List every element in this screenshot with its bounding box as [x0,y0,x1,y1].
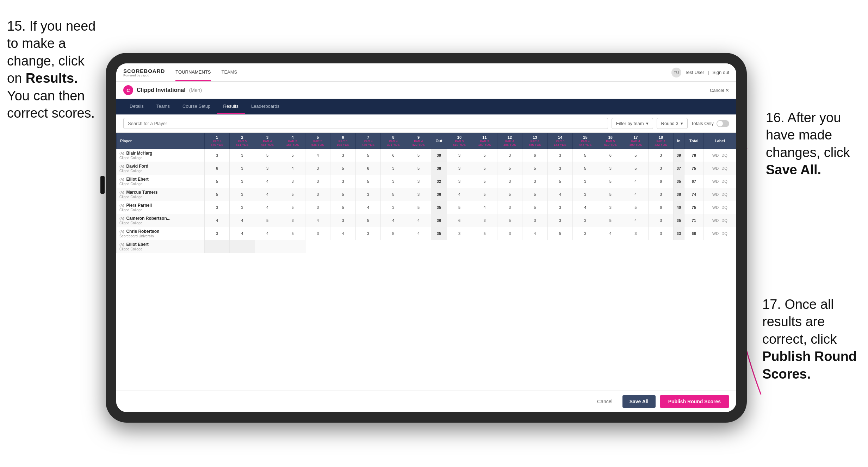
hole-score-14[interactable]: 4 [547,188,572,201]
hole-score-7[interactable]: 6 [355,162,380,175]
dq-label[interactable]: DQ [720,152,729,158]
hole-score-5[interactable]: 3 [305,188,330,201]
hole-score-12[interactable]: 5 [497,188,522,201]
hole-score-11[interactable]: 3 [472,214,497,227]
hole-score-10[interactable]: 3 [447,175,472,188]
nav-tournaments[interactable]: TOURNAMENTS [175,64,211,81]
wd-label[interactable]: WD [711,166,720,171]
hole-score-6[interactable]: 4 [330,227,355,240]
hole-score-12[interactable]: 5 [497,162,522,175]
hole-score-15[interactable]: 3 [573,175,598,188]
hole-score-1[interactable]: 3 [204,149,229,162]
hole-score-17[interactable]: 4 [623,175,648,188]
hole-score-9[interactable]: 3 [406,188,431,201]
hole-score-6[interactable]: 3 [330,149,355,162]
hole-score-13[interactable]: 3 [522,214,547,227]
hole-score-4[interactable]: 3 [280,214,305,227]
hole-score-4[interactable]: 5 [280,149,305,162]
hole-score-2[interactable]: 4 [230,214,255,227]
hole-score-14[interactable]: 3 [547,162,572,175]
hole-score-6[interactable]: 3 [330,175,355,188]
hole-score-13[interactable]: 3 [522,175,547,188]
hole-score-5[interactable]: 3 [305,227,330,240]
wd-label[interactable]: WD [711,179,720,184]
hole-score-10[interactable]: 6 [447,214,472,227]
hole-score-7[interactable]: 5 [355,214,380,227]
hole-score-12[interactable]: 3 [497,175,522,188]
hole-score-18[interactable]: 3 [648,188,673,201]
hole-score-8[interactable]: 3 [381,162,406,175]
wd-label[interactable]: WD [711,231,720,236]
hole-score-17[interactable]: 4 [623,188,648,201]
hole-score-13[interactable]: 5 [522,162,547,175]
dq-label[interactable]: DQ [720,179,729,184]
publish-round-scores-button[interactable]: Publish Round Scores [660,395,729,408]
tab-leaderboards[interactable]: Leaderboards [245,99,286,114]
hole-score-18[interactable]: 3 [648,149,673,162]
hole-score-4[interactable]: 5 [280,188,305,201]
hole-score-7[interactable]: 5 [355,149,380,162]
hole-score-12[interactable]: 5 [497,214,522,227]
totals-only-toggle[interactable] [717,120,729,127]
hole-score-1[interactable]: 3 [204,227,229,240]
hole-score-11[interactable]: 4 [472,201,497,214]
hole-score-2[interactable]: 3 [230,149,255,162]
hole-score-18[interactable]: 3 [648,162,673,175]
wd-label[interactable]: WD [711,192,720,197]
filter-by-team-dropdown[interactable]: Filter by team ▾ [612,118,653,129]
hole-score-5[interactable]: 3 [305,201,330,214]
hole-score-17[interactable]: 5 [623,149,648,162]
wd-label[interactable]: WD [711,205,720,210]
hole-score-8[interactable]: 3 [381,175,406,188]
hole-score-3[interactable]: 4 [255,175,280,188]
hole-score-14[interactable]: 5 [547,175,572,188]
hole-score-3[interactable]: 3 [255,162,280,175]
hole-score-6[interactable]: 5 [330,201,355,214]
hole-score-2[interactable]: 3 [230,175,255,188]
hole-score-10[interactable]: 3 [447,149,472,162]
dq-label[interactable]: DQ [720,166,729,171]
tab-course-setup[interactable]: Course Setup [176,99,217,114]
round-dropdown[interactable]: Round 3 ▾ [657,118,688,129]
dq-label[interactable]: DQ [720,205,729,210]
hole-score-16[interactable]: 3 [598,201,623,214]
hole-score-15[interactable]: 5 [573,162,598,175]
hole-score-13[interactable]: 5 [522,188,547,201]
hole-score-12[interactable]: 3 [497,201,522,214]
hole-score-10[interactable]: 4 [447,188,472,201]
hole-score-16[interactable]: 5 [598,188,623,201]
hole-score-9[interactable]: 4 [406,214,431,227]
dq-label[interactable]: DQ [720,231,729,236]
hole-score-11[interactable]: 5 [472,227,497,240]
hole-score-4[interactable]: 3 [280,175,305,188]
hole-score-3[interactable]: 4 [255,188,280,201]
hole-score-13[interactable]: 5 [522,201,547,214]
hole-score-18[interactable]: 3 [648,214,673,227]
hole-score-18[interactable]: 3 [648,227,673,240]
hole-score-8[interactable]: 4 [381,214,406,227]
hole-score-6[interactable]: 3 [330,214,355,227]
hole-score-7[interactable]: 3 [355,188,380,201]
save-all-button[interactable]: Save All [622,395,656,408]
hole-score-15[interactable]: 3 [573,227,598,240]
hole-score-11[interactable]: 5 [472,188,497,201]
hole-score-3[interactable]: 4 [255,227,280,240]
dq-label[interactable]: DQ [720,218,729,223]
hole-score-8[interactable]: 3 [381,201,406,214]
hole-score-18[interactable]: 6 [648,175,673,188]
hole-score-17[interactable]: 4 [623,214,648,227]
hole-score-1[interactable]: 6 [204,162,229,175]
hole-score-16[interactable]: 3 [598,162,623,175]
dq-label[interactable]: DQ [720,192,729,197]
hole-score-15[interactable]: 4 [573,201,598,214]
hole-score-4[interactable]: 5 [280,227,305,240]
hole-score-15[interactable]: 5 [573,149,598,162]
hole-score-9[interactable]: 3 [406,175,431,188]
tab-results[interactable]: Results [217,99,245,114]
hole-score-11[interactable]: 5 [472,149,497,162]
hole-score-5[interactable]: 4 [305,149,330,162]
hole-score-5[interactable]: 3 [305,175,330,188]
hole-score-11[interactable]: 5 [472,162,497,175]
hole-score-15[interactable]: 3 [573,188,598,201]
hole-score-2[interactable]: 3 [230,162,255,175]
